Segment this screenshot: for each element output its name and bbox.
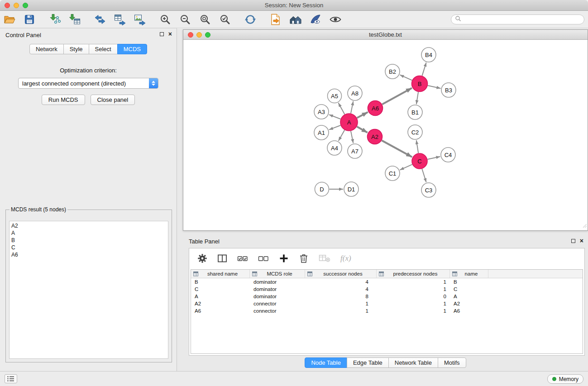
table-cell[interactable]: A6 [191,307,250,315]
table-cell[interactable]: 1 [377,278,450,286]
mcds-result-item[interactable]: A2 [10,222,168,229]
settings-gear-icon[interactable] [197,253,207,263]
graph-edge-B-B2[interactable] [400,75,412,80]
mcds-result-item[interactable]: A6 [10,251,168,258]
zoom-window-button[interactable] [23,3,28,8]
import-table-icon[interactable] [69,14,81,25]
graph-edge-C-C2[interactable] [416,140,418,153]
control-tab-style[interactable]: Style [63,44,89,54]
graph-node-B1[interactable]: B1 [408,105,422,119]
table-row[interactable]: Bdominator41B [191,278,583,286]
column-header-shared-name[interactable]: shared name [191,270,250,278]
eye-icon[interactable] [330,14,341,25]
graph-edge-A-A3[interactable] [329,114,340,119]
control-tab-mcds[interactable]: MCDS [117,44,147,54]
minimize-window-button[interactable] [14,3,19,8]
table-cell[interactable]: 4 [305,286,377,293]
add-column-icon[interactable] [279,253,289,263]
run-mcds-button[interactable]: Run MCDS [42,95,85,105]
network-canvas[interactable]: B4B2BB3A5A8A6B1A3AC2A1A2A4A7C4CC1C3DD1 [183,40,588,230]
graph-node-C3[interactable]: C3 [421,183,436,197]
table-cell[interactable]: 1 [305,300,377,307]
double-house-icon[interactable] [290,14,301,25]
graph-node-A3[interactable]: A3 [314,105,329,119]
open-session-icon[interactable] [4,14,15,25]
save-session-icon[interactable] [24,14,35,25]
graph-edge-C-C4[interactable] [428,157,440,159]
table-tab-motifs[interactable]: Motifs [438,357,466,368]
graph-node-B[interactable]: B [412,76,428,92]
table-cell[interactable]: C [191,286,250,293]
table-row[interactable]: A2connector11A2 [191,300,583,307]
export-network-icon[interactable] [94,14,106,25]
select-all-icon[interactable] [237,253,248,263]
table-cell[interactable]: A [450,293,488,300]
column-visibility-icon[interactable] [217,253,227,263]
column-header-predecessor-nodes[interactable]: predecessor nodes [377,270,450,278]
zoom-fit-icon[interactable] [199,14,211,25]
table-cell[interactable]: 1 [377,286,450,293]
graph-edge-A-A1[interactable] [329,125,340,130]
graph-node-C[interactable]: C [412,153,427,169]
mcds-result-item[interactable]: B [10,237,168,244]
table-tab-edge-table[interactable]: Edge Table [347,357,389,368]
table-row[interactable]: Cdominator41C [191,286,583,293]
float-panel-icon[interactable] [160,32,164,36]
float-table-panel-icon[interactable] [571,239,575,243]
graph-node-C1[interactable]: C1 [385,166,400,181]
table-cell[interactable]: C [450,286,488,293]
graph-edge-A-A6[interactable] [357,112,368,118]
table-cell[interactable]: B [450,278,488,286]
table-tab-node-table[interactable]: Node Table [305,357,347,368]
zoom-in-icon[interactable] [159,14,171,25]
graph-node-A1[interactable]: A1 [314,125,329,140]
table-cell[interactable]: dominator [250,286,305,293]
network-zoom-button[interactable] [205,32,210,38]
table-cell[interactable]: A2 [191,300,250,307]
graph-node-B4[interactable]: B4 [421,48,436,62]
control-tab-network[interactable]: Network [29,44,64,54]
graph-edge-A-A8[interactable] [351,101,353,114]
graph-edge-A-A2[interactable] [357,127,367,133]
refresh-icon[interactable] [244,14,256,25]
close-panel-button[interactable]: Close panel [91,95,135,105]
graph-edge-B-B1[interactable] [416,92,418,104]
table-cell[interactable]: 0 [377,293,450,300]
graph-node-D1[interactable]: D1 [344,182,359,196]
export-image-icon[interactable] [134,14,146,25]
graph-edge-C-C1[interactable] [400,164,412,170]
delete-column-icon[interactable] [299,253,309,263]
table-cell[interactable]: 1 [377,300,450,307]
graph-node-B2[interactable]: B2 [385,64,400,79]
close-panel-icon[interactable]: × [168,32,172,36]
zoom-out-icon[interactable] [179,14,191,25]
graph-node-A7[interactable]: A7 [348,144,362,158]
export-table-icon[interactable] [114,14,126,25]
document-export-icon[interactable] [270,14,282,25]
table-cell[interactable]: dominator [250,278,305,286]
graph-node-B3[interactable]: B3 [441,83,456,97]
table-cell[interactable]: 4 [305,278,377,286]
table-row[interactable]: Adominator80A [191,293,583,300]
control-tab-select[interactable]: Select [89,44,118,54]
table-cell[interactable]: dominator [250,293,305,300]
graph-edge-B-B4[interactable] [422,62,426,76]
graph-node-C2[interactable]: C2 [408,125,422,139]
graph-edge-A6-B[interactable] [382,88,412,104]
graph-node-A[interactable]: A [340,114,358,131]
zoom-selected-icon[interactable] [219,14,231,25]
table-cell[interactable]: 8 [305,293,377,300]
column-header-name[interactable]: name [450,270,488,278]
criterion-dropdown[interactable]: largest connected component (directed) [18,78,158,89]
table-cell[interactable]: 1 [377,307,450,315]
table-cell[interactable]: connector [250,307,305,315]
graph-node-A5[interactable]: A5 [328,89,342,103]
graph-edge-A-A7[interactable] [351,131,353,143]
deselect-all-icon[interactable] [258,253,269,263]
search-input[interactable] [464,16,580,23]
close-table-panel-icon[interactable]: × [580,238,583,243]
table-cell[interactable]: B [191,278,250,286]
graphics-details-icon[interactable] [310,14,321,25]
network-minimize-button[interactable] [196,32,202,38]
graph-node-A8[interactable]: A8 [348,86,362,100]
